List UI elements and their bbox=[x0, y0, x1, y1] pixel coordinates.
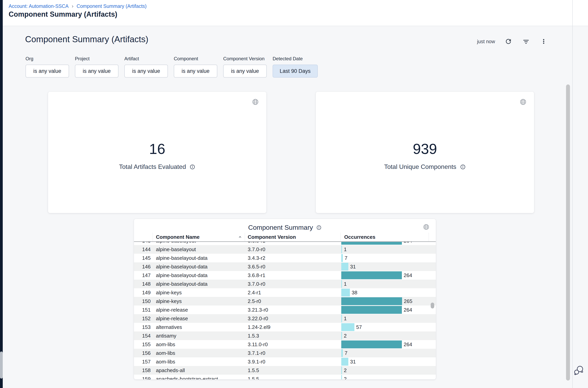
table-row[interactable]: 150 alpine-keys 2.5-r0 265 bbox=[134, 297, 436, 306]
row-index: 143 bbox=[134, 242, 152, 244]
row-component-version: 3.22.0-r0 bbox=[245, 315, 340, 322]
table-row[interactable]: 148 alpine-baselayout-data 3.7.0-r0 1 bbox=[134, 280, 436, 288]
dashboard-panel: Component Summary (Artifacts) just now bbox=[3, 26, 572, 388]
filter-label: Detected Date bbox=[273, 56, 318, 61]
row-occurrences-cell: 1 bbox=[340, 245, 429, 253]
table-row[interactable]: 155 aom-libs 3.11.0-r0 264 bbox=[134, 340, 436, 349]
filter-component-value-button[interactable]: is any value bbox=[174, 65, 217, 77]
row-index: 156 bbox=[134, 350, 152, 356]
filter-detected-date-value-button[interactable]: Last 90 Days bbox=[273, 65, 318, 77]
dashboard-toolbar: just now bbox=[477, 37, 548, 46]
row-occurrences-cell: 31 bbox=[340, 263, 429, 270]
row-index: 154 bbox=[134, 333, 152, 339]
occurrence-value: 2 bbox=[344, 333, 347, 339]
breadcrumb-account-link[interactable]: Account: Automation-SSCA bbox=[9, 3, 69, 9]
occurrence-bar bbox=[341, 245, 342, 253]
tile-content: 16 Total Artifacts Evaluated bbox=[48, 95, 266, 216]
table-row[interactable]: 146 alpine-baselayout-data 3.6.5-r0 31 bbox=[134, 262, 436, 271]
row-component-version: 3.7.0-r0 bbox=[245, 246, 340, 252]
row-component-name: aom-libs bbox=[152, 350, 245, 356]
occurrence-value: 264 bbox=[404, 242, 412, 244]
table-row[interactable]: 147 alpine-baselayout-data 3.6.8-r1 264 bbox=[134, 271, 436, 280]
table-row[interactable]: 143 alpine-baselayout 3.6.8-r1 264 bbox=[134, 242, 436, 245]
filter-component-version-value-button[interactable]: is any value bbox=[223, 65, 267, 77]
row-component-name: alpine-baselayout bbox=[152, 246, 245, 252]
occurrence-bar bbox=[341, 263, 348, 270]
table-row[interactable]: 159 apacheds-bootstrap-extract 1.5.5 2 bbox=[134, 375, 436, 379]
chat-bubbles-icon bbox=[573, 364, 585, 376]
filter-label: Project bbox=[75, 56, 118, 61]
occurrence-value: 31 bbox=[350, 359, 356, 365]
row-index: 149 bbox=[134, 290, 152, 296]
row-occurrences-cell: 1 bbox=[340, 315, 429, 322]
column-header-text: Component Version bbox=[248, 234, 296, 240]
dashboard-more-button[interactable] bbox=[539, 37, 548, 46]
content-right-border bbox=[572, 0, 573, 388]
table-scrollbar-thumb[interactable] bbox=[431, 303, 434, 309]
row-component-version: 3.6.8-r1 bbox=[245, 272, 340, 278]
column-header-occurrences[interactable]: Occurrences bbox=[340, 234, 429, 240]
filter-project-value-button[interactable]: is any value bbox=[75, 65, 118, 77]
table-row[interactable]: 154 antisamy 1.5.3 2 bbox=[134, 331, 436, 340]
tile-value: 16 bbox=[149, 141, 165, 157]
row-component-name: apacheds-bootstrap-extract bbox=[152, 376, 245, 380]
help-chat-button[interactable] bbox=[573, 364, 585, 376]
page-scrollbar-thumb[interactable] bbox=[566, 84, 570, 381]
occurrence-bar bbox=[341, 366, 342, 374]
occurrence-bar bbox=[341, 242, 402, 245]
breadcrumb-current-link[interactable]: Component Summary (Artifacts) bbox=[76, 3, 147, 9]
filter-component: Component is any value bbox=[174, 56, 217, 77]
side-nav-strip bbox=[0, 0, 3, 388]
row-occurrences-cell: 264 bbox=[340, 242, 429, 245]
table-row[interactable]: 149 alpine-keys 2.4-r1 38 bbox=[134, 288, 436, 297]
table-row[interactable]: 144 alpine-baselayout 3.7.0-r0 1 bbox=[134, 245, 436, 254]
row-component-version: 3.21.3-r0 bbox=[245, 307, 340, 313]
row-index: 145 bbox=[134, 255, 152, 261]
row-occurrences-cell: 264 bbox=[340, 271, 429, 279]
filter-label: Component Version bbox=[223, 56, 267, 61]
occurrence-bar bbox=[341, 375, 342, 379]
column-header-component-version[interactable]: Component Version bbox=[245, 234, 340, 240]
side-nav-handle[interactable] bbox=[0, 351, 3, 379]
occurrence-value: 1 bbox=[344, 281, 347, 287]
row-occurrences-cell: 31 bbox=[340, 358, 429, 366]
table-row[interactable]: 156 aom-libs 3.7.1-r0 7 bbox=[134, 349, 436, 357]
occurrence-bar bbox=[341, 340, 402, 348]
table-row[interactable]: 157 aom-libs 3.9.1-r0 31 bbox=[134, 357, 436, 366]
globe-icon[interactable] bbox=[423, 224, 430, 230]
table-row[interactable]: 151 alpine-release 3.21.3-r0 264 bbox=[134, 306, 436, 314]
table-row[interactable]: 153 alternatives 1.24-2.el9 57 bbox=[134, 323, 436, 331]
row-occurrences-cell: 264 bbox=[340, 306, 429, 314]
dashboard-filters-button[interactable] bbox=[522, 37, 530, 46]
occurrence-bar bbox=[341, 306, 402, 314]
info-icon[interactable] bbox=[316, 225, 322, 230]
filter-artifact-value-button[interactable]: is any value bbox=[124, 65, 168, 77]
row-occurrences-cell: 38 bbox=[340, 289, 429, 296]
occurrence-value: 264 bbox=[404, 272, 412, 278]
row-component-version: 3.11.0-r0 bbox=[245, 341, 340, 348]
table-row[interactable]: 158 apacheds-all 1.5.5 2 bbox=[134, 366, 436, 375]
row-index: 157 bbox=[134, 359, 152, 365]
tile-value: 939 bbox=[413, 141, 437, 157]
row-index: 153 bbox=[134, 324, 152, 330]
info-icon[interactable] bbox=[460, 164, 466, 170]
row-index: 158 bbox=[134, 367, 152, 373]
row-index: 148 bbox=[134, 281, 152, 287]
row-component-version: 3.9.1-r0 bbox=[245, 359, 340, 365]
refresh-icon bbox=[505, 38, 512, 45]
occurrence-bar bbox=[341, 315, 342, 322]
occurrence-value: 7 bbox=[345, 255, 347, 261]
last-refreshed-label: just now bbox=[477, 39, 495, 44]
occurrence-value: 1 bbox=[344, 246, 347, 252]
occurrence-value: 265 bbox=[404, 298, 412, 304]
refresh-button[interactable] bbox=[504, 37, 513, 46]
table-row[interactable]: 152 alpine-release 3.22.0-r0 1 bbox=[134, 314, 436, 323]
row-component-version: 3.6.8-r1 bbox=[245, 242, 340, 244]
row-index: 159 bbox=[134, 376, 152, 380]
table-title: Component Summary bbox=[134, 224, 436, 231]
info-icon[interactable] bbox=[190, 164, 195, 170]
filter-org-value-button[interactable]: is any value bbox=[25, 65, 69, 77]
row-index: 155 bbox=[134, 341, 152, 348]
column-header-component-name[interactable]: Component Name bbox=[152, 234, 245, 240]
table-row[interactable]: 145 alpine-baselayout-data 3.4.3-r2 7 bbox=[134, 254, 436, 262]
